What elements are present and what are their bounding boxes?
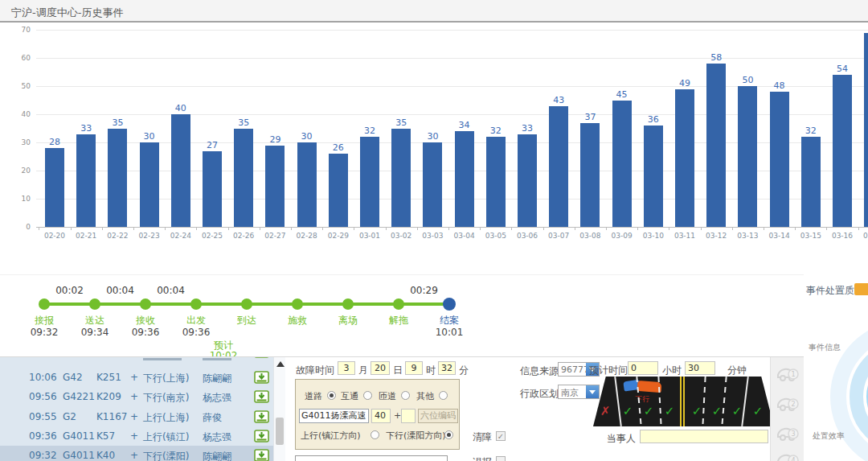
map-locate-icon[interactable] (254, 449, 269, 461)
radio-interchange[interactable] (363, 391, 372, 400)
scrollbar-thumb[interactable] (276, 418, 284, 445)
road-name-input[interactable]: G4011扬溧高速 (299, 409, 369, 423)
bar[interactable] (140, 142, 159, 227)
estimate-hours-input[interactable]: 0 (628, 361, 658, 375)
quality-badge[interactable] (854, 283, 868, 295)
bar[interactable] (76, 134, 96, 228)
partial-row[interactable] (0, 357, 273, 363)
event-row[interactable]: 10:06G42K251+下行(上海)陈翩翩 (0, 368, 273, 387)
estimate-minutes-input[interactable]: 30 (685, 361, 715, 375)
bar[interactable] (203, 151, 222, 228)
stake-km-input[interactable]: 40 (371, 409, 391, 423)
map-locate-icon[interactable] (254, 410, 269, 426)
y-axis-tick-label: 40 (3, 110, 31, 118)
lane-open-check-icon[interactable]: ✓ (661, 404, 678, 418)
month-unit: 月 (358, 364, 368, 377)
fault-minute-input[interactable]: 32 (438, 361, 456, 375)
lane-open-check-icon[interactable]: ✓ (619, 404, 637, 418)
dropdown-arrow-icon[interactable] (586, 385, 599, 398)
bar[interactable] (833, 75, 852, 227)
map-locate-icon[interactable] (254, 430, 269, 445)
timeline-node[interactable] (140, 298, 151, 310)
bar[interactable] (171, 114, 190, 227)
radio-other[interactable] (439, 391, 448, 400)
timeline-node[interactable] (89, 298, 100, 310)
scroll-up-icon[interactable] (276, 361, 285, 367)
bar[interactable] (801, 137, 821, 227)
bar[interactable] (518, 134, 537, 228)
bar[interactable] (423, 142, 442, 227)
bar[interactable] (234, 129, 253, 228)
lane-divider (614, 377, 622, 426)
radio-down-direction[interactable] (444, 430, 453, 439)
stake-m-input[interactable] (401, 409, 416, 423)
bar-partial[interactable] (864, 33, 868, 228)
bar[interactable] (455, 131, 474, 227)
table-scrollbar[interactable] (273, 357, 285, 461)
rescue-vehicle-button[interactable]: 3 (776, 423, 800, 446)
bar[interactable] (45, 148, 64, 227)
bar[interactable] (549, 106, 568, 228)
event-row[interactable]: 09:56G4221K209+下行(南京)杨志强 (0, 387, 273, 406)
radio-up-direction[interactable] (371, 430, 379, 439)
fault-day-input[interactable]: 20 (371, 361, 390, 375)
event-row[interactable]: 09:32G4011K40+下行(溧阳)陈翩翩 (0, 446, 273, 461)
rescue-vehicle-button[interactable]: 2 (776, 393, 800, 416)
bar[interactable] (265, 146, 285, 228)
event-row[interactable]: 09:55G2K1167+上行(上海)薛俊 (0, 407, 273, 426)
lane-open-check-icon[interactable]: ✓ (708, 404, 726, 418)
admin-region-label: 行政区划 (520, 387, 559, 401)
bar[interactable] (770, 92, 789, 227)
bar-value-label: 58 (698, 52, 734, 63)
lane-closed-x-icon[interactable]: ✗ (596, 404, 614, 418)
rescue-vehicle-button[interactable]: 4 (776, 450, 800, 461)
timeline-node[interactable] (190, 298, 202, 310)
x-axis-date-label: 03-14 (762, 232, 797, 240)
bar[interactable] (675, 89, 694, 228)
bar[interactable] (612, 101, 632, 228)
road-lane-diagram[interactable]: 下行 ✗✓✓✓✓✓✓✓ (593, 377, 774, 426)
timeline-node[interactable] (342, 298, 354, 310)
efficiency-label: 处置效率 (813, 430, 845, 442)
fault-hour-input[interactable]: 9 (405, 361, 423, 375)
bar-value-label: 37 (572, 112, 608, 122)
bar[interactable] (706, 64, 726, 227)
bar[interactable] (108, 129, 127, 228)
lane-open-check-icon[interactable]: ✓ (640, 404, 657, 418)
bar[interactable] (486, 137, 506, 227)
party-input[interactable] (640, 430, 768, 443)
clipped-textarea[interactable] (295, 455, 448, 461)
cell-time: 10:06 (29, 372, 56, 383)
timeline-node[interactable] (292, 298, 303, 310)
bar[interactable] (644, 126, 663, 227)
bar[interactable] (738, 86, 757, 227)
radio-ramp[interactable] (401, 391, 410, 400)
event-row[interactable]: 09:36G4011K57+上行(镇江)杨志强 (0, 426, 273, 446)
clipped-checkbox[interactable] (496, 456, 506, 461)
x-axis-tick (575, 227, 575, 230)
clear-checkbox[interactable]: ✓ (496, 431, 506, 441)
event-list-table[interactable]: 10:06G42K251+下行(上海)陈翩翩09:56G4221K209+下行(… (0, 357, 273, 461)
timeline-node[interactable] (39, 298, 50, 310)
lane-open-check-icon[interactable]: ✓ (749, 404, 767, 418)
lane-open-check-icon[interactable]: ✓ (728, 404, 746, 418)
rescue-vehicle-button[interactable]: 1 (776, 364, 800, 386)
partial-text-fragment (203, 358, 231, 360)
code-input[interactable]: 六位编码 (418, 409, 458, 423)
fault-month-input[interactable]: 3 (338, 361, 355, 375)
bar[interactable] (297, 142, 317, 227)
radio-road[interactable] (327, 391, 336, 400)
bar[interactable] (391, 129, 411, 228)
admin-region-select[interactable]: 南京 (558, 385, 600, 399)
map-locate-icon[interactable] (254, 357, 269, 360)
timeline-node[interactable] (241, 298, 252, 310)
map-locate-icon[interactable] (254, 390, 269, 405)
bar[interactable] (360, 137, 379, 227)
map-locate-icon[interactable] (254, 371, 269, 386)
bar[interactable] (580, 123, 600, 228)
bar[interactable] (329, 154, 348, 227)
lane-open-check-icon[interactable]: ✓ (688, 404, 706, 418)
timeline-node[interactable] (393, 298, 404, 310)
timeline-node-closed[interactable] (443, 298, 456, 311)
x-axis-date-label: 03-04 (447, 232, 482, 240)
